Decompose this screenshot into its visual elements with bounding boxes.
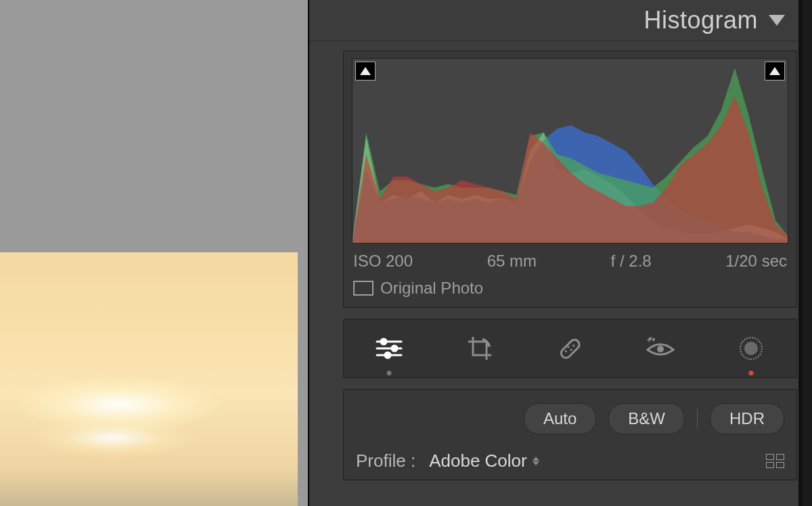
- tool-active-indicator-icon: [386, 371, 391, 375]
- exif-aperture: f / 2.8: [611, 252, 652, 271]
- exif-iso: ISO 200: [353, 252, 413, 271]
- profile-label: Profile :: [356, 451, 415, 472]
- auto-button[interactable]: Auto: [524, 403, 596, 434]
- treatment-row: Auto B&W HDR: [356, 403, 784, 434]
- svg-point-1: [381, 339, 386, 344]
- histogram-chart[interactable]: [352, 58, 788, 244]
- original-photo-checkbox[interactable]: [353, 281, 374, 296]
- panel-title: Histogram: [644, 6, 758, 34]
- preview-image[interactable]: [0, 252, 298, 506]
- basic-panel: Auto B&W HDR Profile : Adobe Color: [343, 389, 797, 480]
- original-photo-label: Original Photo: [380, 279, 483, 298]
- svg-text:+: +: [646, 336, 652, 345]
- exif-shutter: 1/20 sec: [725, 252, 787, 271]
- heal-icon: [555, 334, 585, 363]
- bw-button[interactable]: B&W: [608, 403, 685, 434]
- crop-icon: [466, 335, 493, 362]
- svg-point-5: [385, 352, 390, 358]
- svg-point-3: [392, 346, 397, 351]
- hdr-button[interactable]: HDR: [710, 403, 784, 434]
- profile-row: Profile : Adobe Color: [356, 451, 784, 472]
- tool-strip: +: [343, 319, 797, 378]
- svg-line-13: [653, 338, 654, 341]
- svg-point-10: [572, 344, 576, 347]
- develop-panel: Histogram ISO 200 65 mm f / 2.8 1/20 sec…: [309, 0, 812, 506]
- svg-point-11: [657, 346, 664, 352]
- histogram-svg: [353, 59, 788, 243]
- profile-browser-button[interactable]: [766, 454, 784, 468]
- panel-collapse-icon: [769, 15, 785, 26]
- crop-tool[interactable]: [464, 332, 496, 365]
- svg-point-7: [565, 350, 568, 353]
- stepper-icon: [533, 457, 539, 465]
- redeye-icon: +: [645, 336, 676, 361]
- svg-point-8: [570, 348, 573, 352]
- histogram-card: ISO 200 65 mm f / 2.8 1/20 sec Original …: [343, 51, 797, 308]
- main-canvas-area: [0, 0, 309, 506]
- heal-tool[interactable]: [554, 332, 586, 365]
- scrollbar[interactable]: [803, 0, 812, 506]
- edit-sliders-icon: [374, 338, 404, 359]
- mask-tool[interactable]: [735, 332, 767, 365]
- svg-rect-6: [560, 338, 582, 360]
- exif-row: ISO 200 65 mm f / 2.8 1/20 sec: [344, 248, 796, 277]
- exif-focal: 65 mm: [487, 252, 537, 271]
- profile-value: Adobe Color: [429, 451, 527, 472]
- histogram-panel-header[interactable]: Histogram: [309, 0, 812, 41]
- divider: [697, 409, 698, 429]
- tool-edit-indicator-icon: [749, 371, 754, 375]
- original-photo-row[interactable]: Original Photo: [344, 277, 796, 298]
- profile-dropdown[interactable]: Adobe Color: [429, 451, 539, 472]
- edit-tool[interactable]: [373, 332, 405, 365]
- svg-point-16: [744, 342, 758, 355]
- redeye-tool[interactable]: +: [644, 332, 677, 365]
- mask-icon: [738, 335, 765, 362]
